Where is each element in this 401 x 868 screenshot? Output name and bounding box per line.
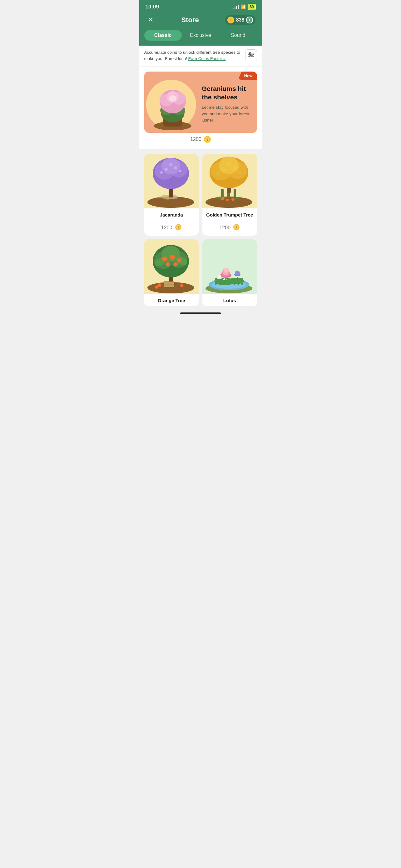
items-grid: Jacaranda 1200 $ bbox=[139, 152, 262, 309]
status-time: 10:09 bbox=[145, 4, 159, 10]
svg-point-32 bbox=[179, 170, 181, 172]
svg-point-34 bbox=[166, 198, 169, 200]
jacaranda-price: 1200 bbox=[161, 225, 172, 230]
jacaranda-image bbox=[144, 154, 199, 209]
item-jacaranda[interactable]: Jacaranda 1200 $ bbox=[144, 154, 199, 236]
svg-point-54 bbox=[237, 170, 241, 174]
svg-point-104 bbox=[235, 271, 240, 276]
svg-text:$: $ bbox=[177, 226, 179, 229]
battery-indicator: 89 bbox=[248, 4, 256, 10]
featured-subtitle: Let me stay focused with you and make yo… bbox=[202, 104, 252, 123]
svg-point-5 bbox=[249, 55, 251, 57]
tab-sound[interactable]: Sound bbox=[219, 30, 257, 41]
svg-point-81 bbox=[177, 258, 181, 262]
jacaranda-name: Jacaranda bbox=[144, 208, 199, 221]
home-indicator bbox=[139, 309, 262, 316]
featured-title: Geraniums hit the shelves bbox=[202, 84, 252, 101]
featured-banner[interactable]: New bbox=[144, 71, 257, 133]
svg-point-82 bbox=[166, 262, 170, 267]
earn-coins-link[interactable]: Earn Coins Faster » bbox=[188, 56, 226, 61]
svg-point-83 bbox=[173, 262, 178, 267]
svg-point-106 bbox=[218, 275, 222, 278]
coin-count: 838 bbox=[236, 17, 244, 23]
lotus-image bbox=[202, 239, 257, 294]
featured-text: Geraniums hit the shelves Let me stay fo… bbox=[199, 75, 257, 128]
svg-point-80 bbox=[170, 255, 175, 260]
page-title: Store bbox=[181, 16, 199, 24]
status-icons: 📶 89 bbox=[233, 4, 256, 10]
item-orange-tree[interactable]: Orange Tree bbox=[144, 239, 199, 306]
filter-button[interactable] bbox=[245, 50, 257, 61]
home-bar bbox=[180, 312, 221, 314]
main-content: Accumulate coins to unlock different tre… bbox=[139, 45, 262, 316]
golden-trumpet-name: Golden Trumpet Tree bbox=[202, 208, 257, 221]
svg-point-33 bbox=[158, 196, 162, 198]
info-text: Accumulate coins to unlock different tre… bbox=[144, 50, 241, 62]
svg-point-69 bbox=[180, 284, 183, 287]
svg-point-58 bbox=[217, 196, 222, 199]
svg-rect-66 bbox=[164, 284, 174, 285]
svg-point-97 bbox=[228, 278, 244, 284]
svg-point-68 bbox=[155, 286, 158, 289]
item-golden-trumpet[interactable]: Golden Trumpet Tree 1200 $ bbox=[202, 154, 257, 236]
header: ✕ Store 🌼 838 + bbox=[139, 12, 262, 30]
featured-price-row: 1200 $ bbox=[144, 133, 257, 144]
svg-point-3 bbox=[249, 52, 251, 54]
svg-text:$: $ bbox=[206, 138, 208, 141]
add-coins-button[interactable]: + bbox=[246, 17, 253, 24]
featured-price-coin-icon: $ bbox=[204, 136, 211, 143]
tab-classic[interactable]: Classic bbox=[144, 30, 182, 41]
golden-trumpet-price-coin-icon: $ bbox=[233, 224, 240, 232]
coins-display: 🌼 838 + bbox=[225, 15, 256, 25]
golden-trumpet-price-row: 1200 $ bbox=[202, 221, 257, 236]
golden-trumpet-price: 1200 bbox=[219, 225, 231, 230]
svg-point-30 bbox=[169, 163, 172, 166]
jacaranda-price-row: 1200 $ bbox=[144, 221, 199, 236]
signal-icon bbox=[233, 5, 239, 9]
svg-point-31 bbox=[160, 171, 163, 174]
status-bar: 10:09 📶 89 bbox=[139, 0, 262, 12]
svg-point-4 bbox=[251, 54, 253, 55]
svg-point-53 bbox=[216, 172, 220, 175]
svg-rect-42 bbox=[234, 189, 236, 198]
tab-exclusive[interactable]: Exclusive bbox=[182, 30, 219, 41]
svg-point-56 bbox=[231, 198, 235, 201]
svg-text:$: $ bbox=[236, 226, 237, 229]
featured-section: New bbox=[139, 67, 262, 149]
jacaranda-price-coin-icon: $ bbox=[175, 224, 182, 232]
item-grid-container: Jacaranda 1200 $ bbox=[144, 154, 257, 306]
svg-point-51 bbox=[233, 166, 238, 171]
featured-plant-image bbox=[144, 71, 200, 133]
svg-point-15 bbox=[169, 95, 176, 101]
coin-icon: 🌼 bbox=[227, 17, 234, 24]
tab-bar: Classic Exclusive Sound bbox=[139, 30, 262, 45]
svg-point-59 bbox=[235, 197, 239, 199]
info-bar: Accumulate coins to unlock different tre… bbox=[139, 45, 262, 66]
svg-point-102 bbox=[224, 268, 228, 273]
orange-tree-name: Orange Tree bbox=[144, 294, 199, 306]
svg-point-52 bbox=[226, 161, 231, 166]
item-lotus[interactable]: Lotus bbox=[202, 239, 257, 306]
wifi-icon: 📶 bbox=[240, 4, 246, 9]
lotus-name: Lotus bbox=[202, 294, 257, 306]
svg-point-79 bbox=[162, 256, 167, 261]
golden-trumpet-image bbox=[202, 154, 257, 209]
svg-point-29 bbox=[174, 166, 177, 169]
svg-point-35 bbox=[174, 198, 177, 199]
svg-point-57 bbox=[226, 199, 229, 201]
orange-tree-image bbox=[144, 239, 199, 294]
filter-icon bbox=[248, 52, 254, 59]
close-button[interactable]: ✕ bbox=[145, 15, 156, 25]
svg-point-28 bbox=[165, 168, 168, 171]
svg-point-50 bbox=[220, 167, 225, 172]
featured-price: 1200 bbox=[190, 136, 201, 142]
